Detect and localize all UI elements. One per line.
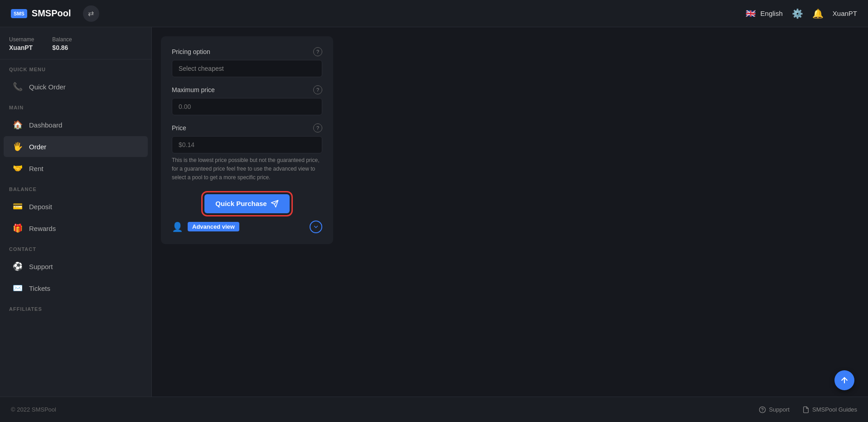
advanced-view-left: 👤 Advanced view <box>172 221 239 232</box>
sidebar-label-tickets: Tickets <box>29 285 50 292</box>
price-label: Price <box>172 124 186 132</box>
footer-support-icon <box>759 406 766 413</box>
balance-label: Balance <box>52 36 72 43</box>
deposit-icon: 💳 <box>13 201 23 211</box>
sidebar-item-support[interactable]: ⚽ Support <box>4 256 148 277</box>
sidebar-item-rent[interactable]: 🤝 Rent <box>4 158 148 179</box>
order-card: Pricing option ? Maximum price ? Price ? <box>161 36 333 244</box>
main-layout: Username XuanPT Balance $0.86 QUICK MENU… <box>0 27 868 397</box>
price-group: Price ? This is the lowest price possibl… <box>172 123 322 182</box>
sidebar-item-quick-order[interactable]: 📞 Quick Order <box>4 76 148 97</box>
order-icon: 🖐️ <box>13 142 23 152</box>
sidebar-label-quick-order: Quick Order <box>29 83 66 91</box>
language-selector[interactable]: 🇬🇧 English <box>744 9 783 18</box>
quick-purchase-container: Quick Purchase <box>172 191 322 213</box>
price-help-icon[interactable]: ? <box>313 123 322 132</box>
section-main: MAIN <box>0 98 151 114</box>
footer-right: Support SMSPool Guides <box>759 406 857 413</box>
section-contact: CONTACT <box>0 239 151 255</box>
logo-text: SMSPool <box>32 8 71 19</box>
tickets-icon: ✉️ <box>13 283 23 293</box>
sidebar-item-dashboard[interactable]: 🏠 Dashboard <box>4 114 148 135</box>
notifications-icon[interactable]: 🔔 <box>812 8 824 19</box>
quick-purchase-button[interactable]: Quick Purchase <box>204 194 289 213</box>
username-label: Username <box>9 36 34 43</box>
sidebar-item-deposit[interactable]: 💳 Deposit <box>4 196 148 217</box>
sidebar-item-rewards[interactable]: 🎁 Rewards <box>4 218 148 239</box>
footer-guides-link[interactable]: SMSPool Guides <box>802 406 857 413</box>
maximum-price-label: Maximum price <box>172 86 215 93</box>
logo-area: SMS SMSPool ⇄ <box>11 5 99 22</box>
sidebar-label-rewards: Rewards <box>29 225 56 232</box>
settings-icon[interactable]: ⚙️ <box>792 8 803 19</box>
footer-guides-label: SMSPool Guides <box>812 406 857 413</box>
footer-support-link[interactable]: Support <box>759 406 790 413</box>
username-value: XuanPT <box>9 44 33 51</box>
section-quick-menu: QUICK MENU <box>0 59 151 76</box>
support-icon: ⚽ <box>13 261 23 271</box>
flag-icon: 🇬🇧 <box>744 9 757 18</box>
section-affiliates: AFFILIATES <box>0 299 151 315</box>
footer: © 2022 SMSPool Support SMSPool Guides <box>0 397 868 422</box>
home-icon: 🏠 <box>13 120 23 130</box>
advanced-view-badge[interactable]: Advanced view <box>188 222 239 231</box>
maximum-price-input[interactable] <box>172 98 322 115</box>
price-input[interactable] <box>172 136 322 153</box>
balance-field: Balance $0.86 <box>52 36 72 52</box>
pricing-option-label: Pricing option <box>172 48 210 55</box>
sidebar-toggle-button[interactable]: ⇄ <box>83 5 99 22</box>
pricing-option-group: Pricing option ? <box>172 47 322 77</box>
top-header: SMS SMSPool ⇄ 🇬🇧 English ⚙️ 🔔 XuanPT <box>0 0 868 27</box>
language-label: English <box>761 10 783 17</box>
maximum-price-help-icon[interactable]: ? <box>313 85 322 94</box>
username-field: Username XuanPT <box>9 36 34 52</box>
logo-badge: SMS <box>11 9 27 18</box>
price-label-row: Price ? <box>172 123 322 132</box>
rent-icon: 🤝 <box>13 163 23 173</box>
maximum-price-label-row: Maximum price ? <box>172 85 322 94</box>
sidebar-label-order: Order <box>29 143 46 151</box>
sidebar-item-order[interactable]: 🖐️ Order <box>4 136 148 157</box>
advanced-view-icon: 👤 <box>172 221 183 232</box>
header-right: 🇬🇧 English ⚙️ 🔔 XuanPT <box>744 8 857 19</box>
user-info: Username XuanPT Balance $0.86 <box>0 27 151 59</box>
section-balance: BALANCE <box>0 179 151 196</box>
sidebar-label-support: Support <box>29 263 53 270</box>
maximum-price-group: Maximum price ? <box>172 85 322 115</box>
pricing-option-input[interactable] <box>172 60 322 77</box>
phone-icon: 📞 <box>13 82 23 92</box>
content-area: Pricing option ? Maximum price ? Price ? <box>152 27 868 397</box>
footer-guides-icon <box>802 406 810 413</box>
pricing-option-help-icon[interactable]: ? <box>313 47 322 56</box>
sidebar-label-rent: Rent <box>29 165 44 172</box>
advanced-view-chevron[interactable] <box>310 221 322 233</box>
advanced-view-row: 👤 Advanced view <box>172 221 322 233</box>
quick-purchase-label: Quick Purchase <box>215 200 267 207</box>
footer-support-label: Support <box>769 406 790 413</box>
footer-copyright: © 2022 SMSPool <box>11 406 56 413</box>
scroll-to-top-fab[interactable] <box>834 370 854 390</box>
arrow-up-icon <box>840 376 849 385</box>
header-username[interactable]: XuanPT <box>833 10 857 17</box>
sidebar-item-tickets[interactable]: ✉️ Tickets <box>4 278 148 299</box>
sidebar-label-deposit: Deposit <box>29 203 52 211</box>
price-note: This is the lowest price possible but no… <box>172 156 322 182</box>
balance-value: $0.86 <box>52 44 68 51</box>
pricing-option-label-row: Pricing option ? <box>172 47 322 56</box>
sidebar: Username XuanPT Balance $0.86 QUICK MENU… <box>0 27 152 397</box>
chevron-down-icon <box>313 224 319 230</box>
sidebar-label-dashboard: Dashboard <box>29 121 62 129</box>
rewards-icon: 🎁 <box>13 223 23 233</box>
send-icon <box>271 200 279 208</box>
